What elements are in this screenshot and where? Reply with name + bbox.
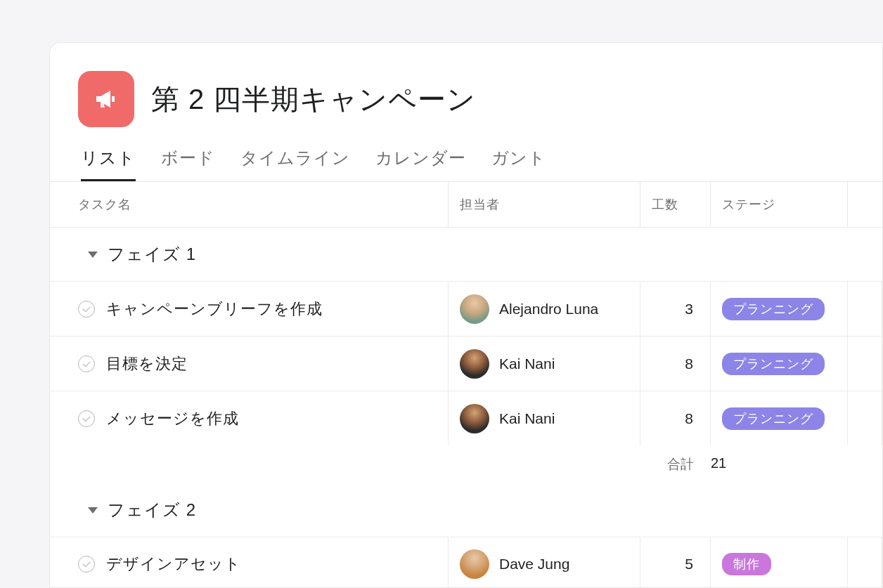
assignee-cell[interactable]: Alejandro Luna	[449, 282, 640, 336]
complete-task-button[interactable]	[78, 301, 95, 318]
check-icon	[82, 559, 90, 567]
table-row[interactable]: 目標を決定Kai Nani8プランニング	[50, 336, 882, 391]
check-icon	[82, 303, 90, 311]
assignee-name: Kai Nani	[499, 355, 555, 372]
section-total-row: 合計21	[50, 445, 882, 483]
effort-value: 8	[652, 410, 699, 427]
task-sections: フェイズ 1キャンペーンブリーフを作成Alejandro Luna3プランニング…	[50, 228, 882, 588]
assignee-cell[interactable]: Kai Nani	[449, 337, 640, 391]
stage-cell[interactable]: 制作	[711, 537, 848, 588]
column-header-task[interactable]: タスク名	[50, 182, 449, 227]
stage-badge: 制作	[722, 553, 771, 575]
task-cell[interactable]: メッセージを作成	[50, 391, 449, 445]
stage-badge: プランニング	[722, 353, 825, 375]
table-row[interactable]: メッセージを作成Kai Nani8プランニング	[50, 391, 882, 445]
total-label: 合計	[50, 455, 711, 473]
column-header-effort[interactable]: 工数	[640, 182, 711, 227]
complete-task-button[interactable]	[78, 410, 95, 427]
column-header-spacer	[848, 182, 882, 227]
complete-task-button[interactable]	[78, 556, 95, 573]
task-cell[interactable]: 目標を決定	[50, 337, 449, 391]
app-window: 第 2 四半期キャンペーン リストボードタイムラインカレンダーガント タスク名 …	[49, 42, 883, 588]
check-icon	[82, 413, 90, 421]
stage-cell[interactable]: プランニング	[711, 391, 848, 445]
chevron-down-icon	[88, 507, 98, 514]
assignee-name: Alejandro Luna	[499, 301, 598, 318]
avatar	[460, 294, 489, 324]
tab-3[interactable]: カレンダー	[375, 147, 466, 181]
chevron-down-icon	[88, 251, 98, 258]
total-value: 21	[711, 455, 753, 473]
table-row[interactable]: デザインアセットDave Jung5制作	[50, 537, 882, 588]
megaphone-icon	[91, 84, 122, 115]
task-name: 目標を決定	[106, 353, 188, 374]
effort-cell[interactable]: 8	[640, 391, 711, 445]
stage-badge: プランニング	[722, 407, 825, 430]
section-header[interactable]: フェイズ 2	[50, 483, 882, 537]
assignee-name: Dave Jung	[499, 556, 569, 573]
task-cell[interactable]: キャンペーンブリーフを作成	[50, 282, 449, 336]
tab-1[interactable]: ボード	[161, 147, 215, 181]
table-header-row: タスク名 担当者 工数 ステージ	[50, 181, 882, 228]
assignee-name: Kai Nani	[499, 410, 555, 427]
task-table: タスク名 担当者 工数 ステージ フェイズ 1キャンペーンブリーフを作成Alej…	[50, 181, 882, 588]
project-header: 第 2 四半期キャンペーン リストボードタイムラインカレンダーガント	[50, 43, 882, 181]
svg-rect-0	[112, 96, 115, 102]
title-row: 第 2 四半期キャンペーン	[78, 71, 854, 127]
tab-0[interactable]: リスト	[81, 147, 136, 181]
tab-2[interactable]: タイムライン	[240, 147, 350, 181]
task-cell[interactable]: デザインアセット	[50, 537, 449, 588]
column-header-assignee[interactable]: 担当者	[449, 182, 640, 227]
avatar	[460, 349, 489, 379]
task-name: メッセージを作成	[106, 408, 239, 429]
effort-cell[interactable]: 3	[640, 282, 711, 336]
effort-value: 8	[652, 355, 699, 372]
section-header[interactable]: フェイズ 1	[50, 228, 882, 281]
table-row[interactable]: キャンペーンブリーフを作成Alejandro Luna3プランニング	[50, 281, 882, 336]
spacer-cell	[848, 537, 882, 588]
tab-4[interactable]: ガント	[491, 147, 546, 181]
task-name: デザインアセット	[106, 554, 241, 575]
spacer-cell	[848, 282, 882, 336]
project-title: 第 2 四半期キャンペーン	[151, 80, 476, 119]
column-header-stage[interactable]: ステージ	[711, 182, 848, 227]
section-title: フェイズ 2	[108, 499, 196, 521]
section-title: フェイズ 1	[108, 243, 196, 266]
assignee-cell[interactable]: Dave Jung	[449, 537, 640, 588]
effort-value: 5	[652, 556, 699, 573]
task-name: キャンペーンブリーフを作成	[106, 299, 323, 320]
stage-badge: プランニング	[722, 298, 825, 320]
avatar	[460, 404, 489, 433]
spacer-cell	[848, 337, 882, 391]
stage-cell[interactable]: プランニング	[711, 337, 848, 391]
spacer-cell	[848, 391, 882, 445]
complete-task-button[interactable]	[78, 355, 95, 372]
project-icon[interactable]	[78, 71, 134, 127]
view-tabs: リストボードタイムラインカレンダーガント	[78, 147, 854, 181]
effort-value: 3	[652, 301, 699, 318]
effort-cell[interactable]: 8	[640, 337, 711, 391]
check-icon	[82, 358, 90, 366]
effort-cell[interactable]: 5	[640, 537, 711, 588]
avatar	[460, 549, 489, 579]
assignee-cell[interactable]: Kai Nani	[449, 391, 640, 445]
stage-cell[interactable]: プランニング	[711, 282, 848, 336]
